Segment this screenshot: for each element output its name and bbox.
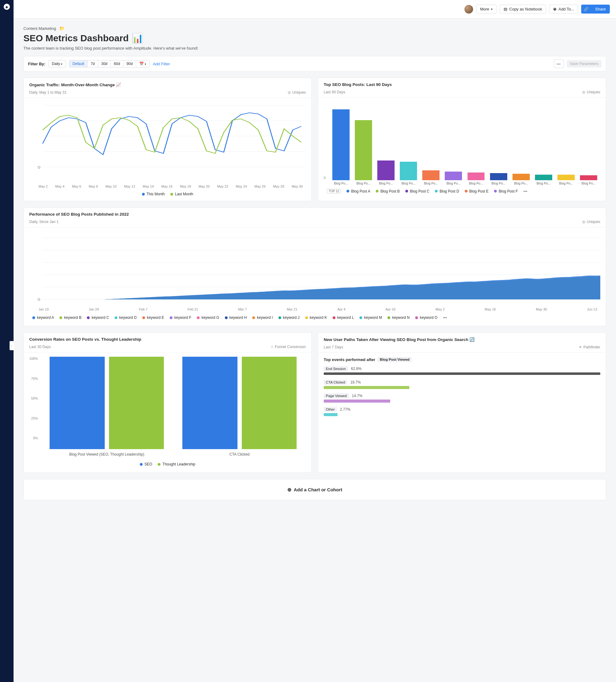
legend-item[interactable]: Blog Post E <box>465 189 489 194</box>
legend-item[interactable]: Blog Post B <box>376 189 400 194</box>
range-7d[interactable]: 7d <box>88 60 98 67</box>
card-organic-traffic: Organic Traffic: Month-Over-Month Change… <box>23 77 312 201</box>
breadcrumb: Content Marketing 📁 <box>23 26 606 31</box>
pathfinder-icon: ✴ <box>579 345 582 349</box>
range-90d[interactable]: 90d <box>123 60 136 67</box>
card-meta: ⎍Funnel Conversion <box>271 345 306 349</box>
x-label: Blog Post Viewed (SEO, Thought Leadershi… <box>50 450 164 456</box>
legend-item[interactable]: keyword J <box>278 315 300 320</box>
svg-text:0: 0 <box>38 165 40 169</box>
range-30d[interactable]: 30d <box>98 60 111 67</box>
path-row[interactable]: End Session62.8% <box>324 366 600 376</box>
range-default[interactable]: Default <box>69 60 88 67</box>
card-title: New User Paths Taken After Viewing SEO B… <box>324 337 600 342</box>
share-button[interactable]: Share <box>591 5 610 14</box>
funnel-chart[interactable]: 100%75%50%25%0% Blog Post Viewed (SEO, T… <box>29 357 306 449</box>
legend-item[interactable]: Blog Post D <box>435 189 459 194</box>
page-subtitle: The content team is tracking SEO blog po… <box>23 46 606 50</box>
filter-label: Filter By: <box>28 62 45 66</box>
chevron-down-icon: ▾ <box>61 63 63 66</box>
breadcrumb-text[interactable]: Content Marketing <box>23 26 56 31</box>
after-event-tag[interactable]: Blog Post Viewed <box>378 357 411 362</box>
app-logo-icon[interactable]: ◆ <box>4 4 10 10</box>
legend-item[interactable]: keyword F <box>170 315 191 320</box>
card-subtitle: Daily, May 1 to May 31 <box>29 90 67 95</box>
save-parameters-button[interactable]: Save Parameters <box>567 60 601 67</box>
link-icon: 🔗 <box>584 7 589 12</box>
card-performance: Performance of SEO Blog Posts Published … <box>23 207 606 326</box>
uniques-icon: ◎ <box>582 90 585 94</box>
add-to-button[interactable]: ⊕ Add To... <box>549 5 578 14</box>
legend-item[interactable]: keyword B <box>60 315 81 320</box>
card-subtitle: Last 30 Days <box>29 345 51 349</box>
avatar[interactable] <box>464 5 473 14</box>
legend-thought[interactable]: Thought Leadership <box>158 462 195 467</box>
plus-circle-icon: ⊕ <box>553 7 556 12</box>
path-row[interactable]: Page Viewed14.7% <box>324 393 600 403</box>
top-tag: TOP 12 <box>327 189 341 194</box>
legend-item[interactable]: keyword E <box>142 315 164 320</box>
filter-bar: Filter By: Daily ▾ Default 7d 30d 60d 90… <box>23 56 606 71</box>
legend-more[interactable]: ••• <box>443 315 447 320</box>
card-pathfinder: New User Paths Taken After Viewing SEO B… <box>318 333 606 473</box>
x-label: CTA Clicked <box>182 450 297 456</box>
line-chart[interactable]: 0 May 2May 4May 6May 8May 10May 12May 14… <box>29 102 306 195</box>
filter-more-button[interactable]: ⋯ <box>554 60 564 68</box>
svg-text:0: 0 <box>38 298 40 301</box>
legend-item[interactable]: keyword O <box>415 315 437 320</box>
side-rail: ◆ › <box>0 0 14 682</box>
legend-item[interactable]: keyword L <box>333 315 354 320</box>
legend-more[interactable]: ••• <box>523 189 527 194</box>
card-top-posts: Top SEO Blog Posts: Last 90 Days Last 90… <box>318 77 606 201</box>
folder-icon[interactable]: 📁 <box>59 26 64 31</box>
add-chart-button[interactable]: ⊕ Add a Chart or Cohort <box>23 479 606 500</box>
path-row[interactable]: Other2.77% <box>324 407 600 416</box>
add-filter-link[interactable]: Add Filter <box>153 62 170 66</box>
page-title: SEO Metrics Dashboard📊 <box>23 33 606 43</box>
legend-item[interactable]: keyword M <box>360 315 382 320</box>
legend-last-month[interactable]: Last Month <box>170 192 193 196</box>
expand-rail-icon[interactable]: › <box>9 341 14 350</box>
link-button[interactable]: 🔗 <box>581 5 591 14</box>
card-meta: ◎Uniques <box>582 220 600 224</box>
card-meta: ✴Pathfinder <box>579 345 600 349</box>
bar-chart[interactable]: Blog Po...Blog Po...Blog Po...Blog Po...… <box>332 102 600 185</box>
card-meta: ◎Uniques <box>582 90 600 94</box>
notebook-icon: ▤ <box>504 7 507 12</box>
copy-notebook-button[interactable]: ▤ Copy as Notebook <box>500 5 546 14</box>
legend-item[interactable]: Blog Post C <box>405 189 429 194</box>
legend-item[interactable]: keyword G <box>197 315 219 320</box>
range-60d[interactable]: 60d <box>111 60 123 67</box>
range-custom[interactable]: 📅 ▾ <box>136 60 150 67</box>
pathfinder-heading: Top events performed after Blog Post Vie… <box>324 357 600 362</box>
uniques-icon: ◎ <box>582 220 585 224</box>
card-subtitle: Daily, Since Jan 1 <box>29 220 59 224</box>
plus-circle-icon: ⊕ <box>287 487 291 493</box>
legend-seo[interactable]: SEO <box>140 462 152 467</box>
interval-select[interactable]: Daily ▾ <box>48 60 66 67</box>
card-subtitle: Last 7 Days <box>324 345 343 349</box>
area-chart[interactable]: 0 Jan 10Jan 24Feb 7Feb 21Mar 7Mar 21Apr … <box>29 232 600 312</box>
legend-item[interactable]: Blog Post A <box>346 189 370 194</box>
legend-item[interactable]: keyword N <box>387 315 410 320</box>
card-title: Top SEO Blog Posts: Last 90 Days <box>324 82 600 87</box>
range-pills: Default 7d 30d 60d 90d 📅 ▾ <box>69 60 150 67</box>
card-title: Conversion Rates on SEO Posts vs. Though… <box>29 337 306 342</box>
legend-item[interactable]: keyword H <box>225 315 247 320</box>
more-button[interactable]: More ▾ <box>476 5 497 14</box>
card-title: Performance of SEO Blog Posts Published … <box>29 212 600 217</box>
chevron-down-icon: ▾ <box>491 7 493 11</box>
funnel-icon: ⎍ <box>271 345 273 349</box>
legend-item[interactable]: keyword A <box>32 315 54 320</box>
legend-item[interactable]: keyword K <box>305 315 327 320</box>
legend-item[interactable]: Blog Post F <box>494 189 518 194</box>
legend-item[interactable]: keyword D <box>115 315 137 320</box>
card-meta: ◎Uniques <box>288 90 306 95</box>
calendar-icon: 📅 <box>139 62 144 66</box>
legend-this-month[interactable]: This Month <box>142 192 165 196</box>
uniques-icon: ◎ <box>288 90 291 95</box>
card-subtitle: Last 90 Days <box>324 90 345 94</box>
legend-item[interactable]: keyword C <box>87 315 109 320</box>
legend-item[interactable]: keyword I <box>252 315 273 320</box>
path-row[interactable]: CTA Clicked19.7% <box>324 380 600 389</box>
